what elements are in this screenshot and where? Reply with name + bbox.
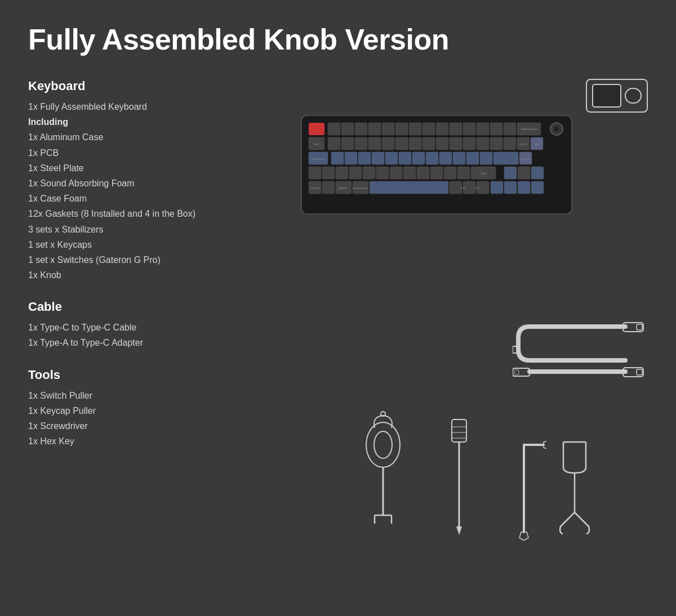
svg-rect-13 [450, 123, 462, 135]
svg-rect-29 [409, 137, 421, 150]
svg-rect-25 [355, 137, 367, 150]
svg-rect-62 [349, 167, 362, 179]
svg-rect-61 [336, 167, 348, 179]
tools-section-title: Tools [28, 368, 287, 382]
svg-point-100 [366, 422, 400, 467]
svg-rect-27 [382, 137, 394, 150]
svg-rect-80 [370, 181, 448, 194]
svg-rect-81 [450, 181, 462, 194]
keyboard-item-10: 1 set x Switches (Gateron G Pro) [28, 252, 287, 267]
keyboard-item-7: 12x Gaskets (8 Installed and 4 in the Bo… [28, 206, 287, 221]
svg-rect-45 [358, 152, 371, 164]
svg-rect-72 [504, 167, 517, 179]
tools-item-0: 1x Switch Puller [28, 388, 287, 403]
svg-text:shift: shift [480, 172, 486, 175]
keycap-puller-icon [552, 439, 597, 554]
svg-rect-50 [426, 152, 438, 164]
hex-key-icon [501, 428, 546, 543]
keyboard-item-9: 1 set x Keycaps [28, 237, 287, 252]
svg-rect-15 [477, 123, 489, 135]
svg-rect-23 [328, 137, 340, 150]
svg-rect-68 [430, 167, 443, 179]
cable-section-title: Cable [28, 300, 287, 314]
svg-rect-1 [625, 88, 641, 103]
svg-rect-77 [322, 181, 335, 194]
svg-rect-44 [345, 152, 357, 164]
svg-rect-69 [444, 167, 456, 179]
svg-text:fn1: fn1 [461, 186, 466, 190]
svg-text:control: control [310, 186, 320, 190]
svg-text:caps lock: caps lock [311, 157, 326, 160]
svg-rect-35 [490, 137, 502, 150]
svg-rect-54 [480, 152, 492, 164]
svg-rect-5 [341, 123, 354, 135]
tools-item-2: 1x Screwdriver [28, 418, 287, 434]
svg-rect-30 [422, 137, 435, 150]
svg-rect-95 [637, 324, 642, 330]
keyboard-item-2: 1x Aluminum Case [28, 130, 287, 145]
keyboard-item-6: 1x Case Foam [28, 191, 287, 206]
svg-rect-32 [450, 137, 462, 150]
svg-rect-48 [399, 152, 411, 164]
svg-rect-99 [637, 369, 642, 375]
svg-rect-33 [463, 137, 475, 150]
keyboard-item-list: 1x Fully Assembled Keyboard Including 1x… [28, 99, 287, 283]
usb-cable-icon [513, 315, 648, 391]
svg-rect-12 [436, 123, 448, 135]
svg-rect-104 [452, 419, 466, 442]
svg-rect-64 [376, 167, 389, 179]
left-column: Keyboard 1x Fully Assembled Keyboard Inc… [28, 79, 299, 449]
knob-rectangle-icon [586, 79, 648, 113]
svg-rect-4 [328, 123, 340, 135]
svg-rect-7 [368, 123, 381, 135]
svg-text:command: command [353, 186, 367, 190]
svg-rect-49 [412, 152, 425, 164]
page-title: Fully Assembled Knob Version [28, 23, 648, 56]
svg-text:option: option [339, 186, 348, 190]
switch-puller-icon [355, 411, 411, 537]
svg-rect-55 [493, 152, 518, 164]
svg-point-21 [553, 126, 560, 132]
svg-rect-84 [491, 181, 503, 194]
svg-rect-9 [395, 123, 408, 135]
svg-rect-52 [453, 152, 465, 164]
tools-item-1: 1x Keycap Puller [28, 403, 287, 418]
svg-rect-17 [504, 123, 516, 135]
keyboard-item-1: Including [28, 114, 287, 130]
svg-rect-6 [355, 123, 367, 135]
svg-rect-28 [395, 137, 408, 150]
svg-marker-112 [519, 532, 528, 541]
svg-rect-0 [593, 84, 621, 107]
svg-rect-14 [463, 123, 475, 135]
cable-item-list: 1x Type-C to Type-C Cable 1x Type-A to T… [28, 320, 287, 350]
tools-item-3: 1x Hex Key [28, 434, 287, 449]
svg-rect-3 [309, 123, 324, 135]
svg-text:fn2: fn2 [475, 186, 480, 190]
keyboard-item-3: 1x PCB [28, 145, 287, 160]
svg-text:backspace: backspace [521, 127, 537, 131]
right-column: backspace [299, 79, 648, 449]
svg-marker-113 [544, 440, 546, 449]
keyboard-illustration-icon: backspace [299, 113, 648, 219]
svg-rect-8 [382, 123, 394, 135]
svg-rect-87 [531, 181, 544, 194]
svg-rect-74 [531, 167, 544, 179]
svg-rect-26 [368, 137, 381, 150]
svg-rect-51 [439, 152, 452, 164]
svg-rect-43 [331, 152, 344, 164]
svg-rect-31 [436, 137, 448, 150]
svg-marker-109 [456, 526, 462, 535]
svg-rect-60 [322, 167, 335, 179]
cable-item-1: 1x Type-A to Type-C Adapter [28, 335, 287, 350]
svg-rect-59 [309, 167, 321, 179]
keyboard-item-4: 1x Steel Plate [28, 160, 287, 176]
tools-item-list: 1x Switch Puller 1x Keycap Puller 1x Scr… [28, 388, 287, 449]
svg-rect-63 [363, 167, 375, 179]
svg-rect-46 [372, 152, 384, 164]
screwdriver-icon [445, 417, 473, 543]
svg-text:enter: enter [519, 142, 527, 146]
svg-rect-47 [385, 152, 398, 164]
keyboard-item-5: 1x Sound Absorbing Foam [28, 176, 287, 191]
svg-text:tab: tab [314, 142, 319, 146]
keyboard-section-title: Keyboard [28, 79, 287, 93]
